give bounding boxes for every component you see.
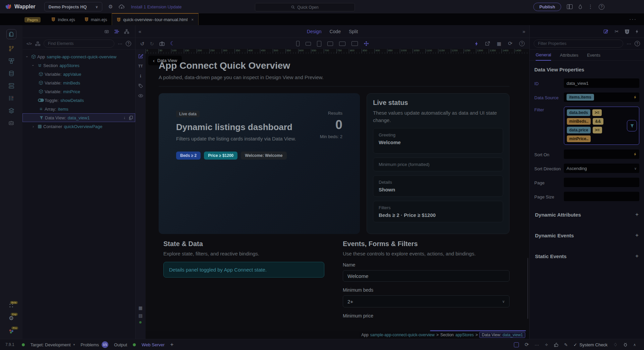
tree-item-variable-minbeds[interactable]: Variable: minBeds <box>22 78 135 87</box>
project-selector[interactable]: Demo Projects HQ ∨ <box>44 2 102 11</box>
tab-general[interactable]: General <box>536 52 551 61</box>
dynamic-bolt-icon[interactable] <box>634 95 637 100</box>
code-icon[interactable]: </> <box>26 42 32 46</box>
experiments-icon[interactable]: Beta <box>9 303 14 308</box>
shield-icon[interactable]: ♢ <box>613 342 618 347</box>
close-tab-icon[interactable]: × <box>191 17 194 22</box>
layout-panels-icon[interactable] <box>567 4 573 9</box>
properties-help-icon[interactable]: ? <box>635 41 640 46</box>
sparkles-icon[interactable]: ✧ <box>545 342 548 347</box>
git-icon[interactable] <box>8 46 14 52</box>
horizontal-scrollbar[interactable] <box>430 330 526 331</box>
kebab-menu-icon[interactable]: ⋮ <box>588 4 593 10</box>
chevron-up-icon[interactable]: ∧ <box>633 343 636 347</box>
tab-main-ejs[interactable]: main.ejs <box>80 14 112 25</box>
tree-item-data-view-selected[interactable]: Data View: data_view1 ↓ <box>22 113 135 122</box>
data-source-input[interactable]: items.items <box>564 93 639 102</box>
bug-icon[interactable] <box>623 342 628 347</box>
app-structure-list-icon[interactable] <box>114 30 119 34</box>
problems-button[interactable]: Problems 1/1 <box>80 341 108 348</box>
info-icon[interactable]: i <box>140 74 141 78</box>
feedback-thumbs-up-icon[interactable] <box>554 343 558 347</box>
publish-button[interactable]: Publish <box>533 3 561 11</box>
add-icon[interactable]: + <box>635 253 639 259</box>
tab-quick-overview-tour-manual[interactable]: quick-overview--tour-manual.html × <box>112 13 199 25</box>
name-input[interactable] <box>343 270 509 282</box>
tab-index-ejs[interactable]: index.ejs <box>47 14 79 25</box>
tab-events[interactable]: Events <box>587 53 600 60</box>
dynamic-events-group[interactable]: Dynamic Events + <box>534 227 639 244</box>
collapse-right-icon[interactable]: » <box>523 29 525 34</box>
tree-item-section[interactable]: › Section appStores <box>22 61 135 70</box>
collapse-left-icon[interactable]: « <box>139 29 141 34</box>
tablet-portrait-icon[interactable] <box>317 41 321 47</box>
dark-mode-moon-icon[interactable]: ☾ <box>170 41 175 46</box>
grid-icon[interactable]: ▦ <box>139 306 143 310</box>
id-input[interactable]: data_view1 <box>564 78 639 88</box>
filter-expression-input[interactable]: data.beds >= minBeds.. && data.price >= … <box>564 107 639 145</box>
typography-icon[interactable]: TT <box>138 64 143 68</box>
tree-item-variable-minprice[interactable]: Variable: minPrice <box>22 87 135 96</box>
move-down-icon[interactable]: ↓ <box>123 115 125 120</box>
settings-gear-icon[interactable]: ⚙ <box>108 4 113 10</box>
dynamic-data-bolt-icon[interactable] <box>635 29 639 34</box>
phone-portrait-icon[interactable] <box>296 41 300 46</box>
ai-assistant-icon[interactable] <box>104 29 109 34</box>
system-check-button[interactable]: ✓ System Check <box>574 342 608 347</box>
cloud-update-icon[interactable] <box>119 4 125 9</box>
tablet-landscape-icon[interactable] <box>327 42 333 46</box>
vertical-scrollbar[interactable] <box>527 258 528 319</box>
phone-landscape-icon[interactable] <box>306 42 311 46</box>
dom-tree-icon[interactable] <box>124 29 129 34</box>
theme-manager-icon[interactable]: Pro <box>8 329 14 334</box>
web-server-button[interactable]: Web Server <box>142 342 164 347</box>
view-split-button[interactable]: Split <box>349 29 358 34</box>
css-styles-icon[interactable]: 3 <box>625 28 629 34</box>
more-options-icon[interactable]: ··· <box>535 342 539 347</box>
redo-icon[interactable]: ↻ <box>150 41 154 46</box>
tab-attributes[interactable]: Attributes <box>560 53 578 60</box>
responsive-check-icon[interactable] <box>514 342 519 347</box>
desktop-icon[interactable] <box>352 41 358 46</box>
design-help-icon[interactable]: ? <box>519 41 525 46</box>
page-size-input[interactable] <box>564 192 639 201</box>
server-stack-icon[interactable] <box>8 83 14 89</box>
blocks-icon[interactable] <box>8 58 14 64</box>
tree-item-toggle-showdetails[interactable]: Toggle: showDetails <box>22 96 135 105</box>
droplet-icon[interactable] <box>578 4 582 9</box>
view-design-button[interactable]: Design <box>307 29 322 34</box>
data-source-chip[interactable]: items.items <box>567 94 594 101</box>
static-events-group[interactable]: Static Events + <box>534 247 639 265</box>
tree-item-container[interactable]: › Container quickOverviewPage <box>22 122 135 131</box>
screenshot-camera-icon[interactable] <box>159 42 165 46</box>
bottom-panel-icon[interactable]: ▤ <box>139 313 143 318</box>
page-input[interactable] <box>564 178 639 187</box>
pages-badge[interactable]: Pages <box>24 17 41 22</box>
tree-item-variable-appvalue[interactable]: Variable: appValue <box>22 70 135 78</box>
view-code-button[interactable]: Code <box>329 29 340 34</box>
docker-robot-icon[interactable] <box>8 120 14 126</box>
expand-arrow-icon[interactable]: › <box>24 55 30 59</box>
add-icon[interactable]: + <box>635 232 639 239</box>
refresh-icon[interactable]: ⟳ <box>525 342 529 348</box>
database-icon[interactable] <box>8 70 14 76</box>
install-extension-update-link[interactable]: Install 1 Extension Update <box>131 4 181 9</box>
output-button[interactable]: Output <box>114 342 127 347</box>
more-options-icon[interactable]: ··· <box>118 41 122 46</box>
quick-open-search[interactable]: Quick Open <box>255 3 355 11</box>
sort-on-input[interactable] <box>564 150 639 159</box>
laptop-icon[interactable] <box>339 42 345 46</box>
filter-properties-input[interactable]: Filter Properties <box>534 40 623 48</box>
structure-help-icon[interactable]: ? <box>126 41 131 46</box>
preview-eye-icon[interactable] <box>138 94 143 98</box>
sort-direction-select[interactable]: Ascending ∨ <box>564 164 639 173</box>
dynamic-attributes-group[interactable]: Dynamic Attributes + <box>534 206 639 223</box>
more-options-icon[interactable]: ··· <box>627 41 631 46</box>
undo-icon[interactable]: ↺ <box>140 41 145 46</box>
edit-properties-icon[interactable] <box>603 29 608 34</box>
filter-builder-button[interactable] <box>627 120 637 131</box>
move-resize-icon[interactable] <box>364 41 369 46</box>
edit-pencil-icon[interactable] <box>138 54 143 59</box>
expand-arrow-icon[interactable]: › <box>31 63 36 67</box>
find-elements-input[interactable]: Find Elements <box>44 40 114 48</box>
